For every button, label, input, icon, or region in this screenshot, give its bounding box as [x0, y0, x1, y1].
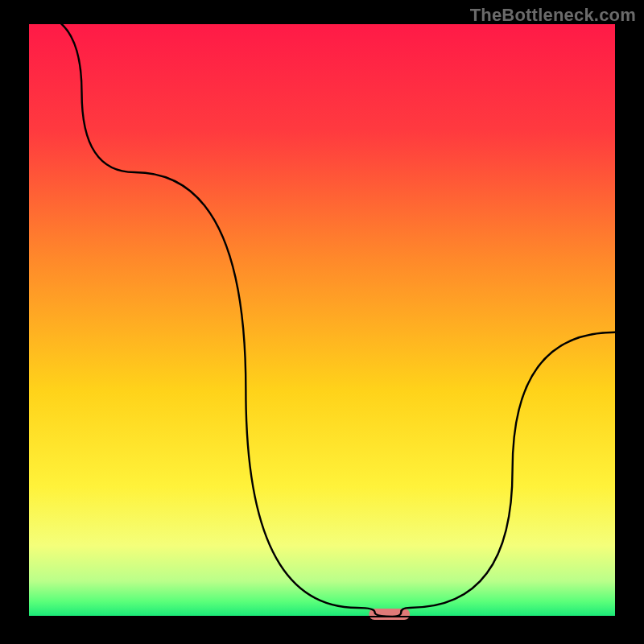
bottleneck-chart [0, 0, 644, 644]
chart-frame: TheBottleneck.com [0, 0, 644, 644]
watermark-text: TheBottleneck.com [470, 5, 636, 26]
plot-background [29, 24, 615, 617]
